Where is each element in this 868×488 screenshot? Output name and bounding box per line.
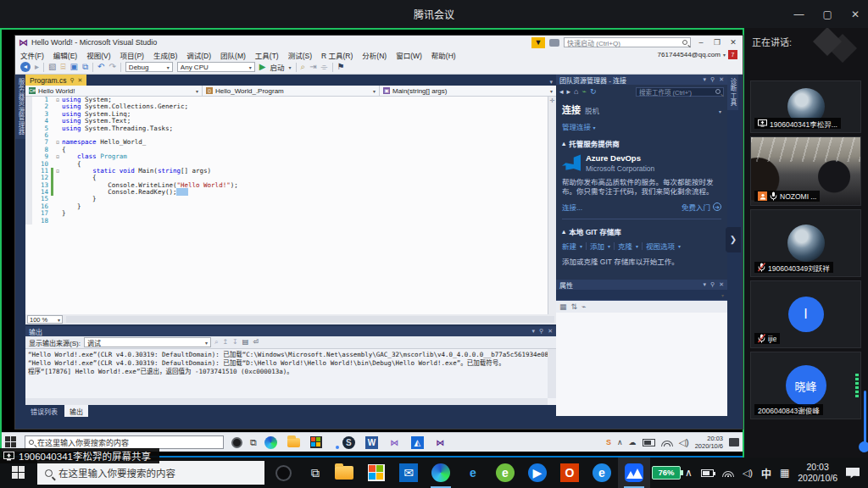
property-pages-icon[interactable]: ⌁ [581,302,586,311]
breakpoint-margin[interactable] [25,97,32,103]
tencent-video-icon[interactable]: ▶ [521,458,554,488]
git-action-1[interactable]: 添加 [590,241,604,251]
fold-marker-icon[interactable]: ⊟ [53,139,62,146]
vs-restore-icon[interactable]: ❐ [711,38,723,47]
breakpoint-margin[interactable] [25,168,32,175]
menu-item[interactable]: 窗口(W) [396,50,422,60]
cortana-icon[interactable] [231,437,242,448]
tab-list-chevron-icon[interactable]: ▾ [546,79,556,86]
menu-item[interactable]: 项目(P) [120,50,144,60]
work-item-search-input[interactable]: 搜索工作项 (Ctrl+') [636,87,724,97]
menu-item[interactable]: 团队(M) [220,50,246,60]
breakpoint-margin[interactable] [25,203,32,210]
wifi-icon[interactable] [722,469,734,477]
shared-clock[interactable]: 20:03 2020/10/6 [695,435,723,450]
office-icon[interactable]: O [554,458,586,488]
pin-icon[interactable]: ⚲ [710,76,715,83]
taskbar-search-input[interactable]: 在这里输入你要搜索的内容 [37,461,264,485]
git-action-2[interactable]: 克隆 [618,241,632,251]
quick-launch-input[interactable]: 快速启动 (Ctrl+Q) [564,37,691,47]
microsoft-store-icon[interactable] [360,458,392,488]
navigate-forward-icon[interactable]: ▸ [35,62,39,72]
output-panel-titlebar[interactable]: 输出 ▾ ⚲ ✕ [25,326,556,336]
task-view-icon[interactable]: ⧉ [311,466,320,480]
open-file-icon[interactable]: ⌸ [60,62,65,72]
connect-icon[interactable]: ⌁ [582,87,587,96]
editor-horizontal-scrollbar[interactable] [66,316,554,323]
bookmark-icon[interactable]: ⚑ [337,62,345,72]
account-area[interactable]: 761744544@qq.com ▾ 7 [658,50,737,59]
breakpoint-margin[interactable] [25,175,32,181]
ime-tray-icon[interactable]: S [606,438,611,446]
edge-icon[interactable] [425,458,457,488]
breakpoint-margin[interactable] [25,189,32,196]
pin-icon[interactable]: ⚲ [710,281,715,288]
maximize-icon[interactable]: ▢ [823,8,832,20]
participant-tile[interactable]: 1906040341李松羿... [750,80,861,133]
host-clock[interactable]: 20:03 2020/10/6 [798,462,837,484]
internet-explorer-icon[interactable]: e [457,458,489,488]
participant-tile[interactable]: Iijie [750,280,861,348]
back-icon[interactable]: ◂ [559,87,564,96]
breakpoint-margin[interactable] [25,161,32,168]
chevron-down-icon[interactable]: ▾ [703,281,706,288]
word-icon[interactable]: W [365,436,378,449]
save-icon[interactable]: ▣ [70,62,77,72]
pin-icon[interactable]: ⚲ [70,77,74,84]
properties-titlebar[interactable]: 属性 ▾ ⚲ ✕ [556,280,727,290]
fold-marker-icon[interactable]: ⊟ [53,153,62,160]
tray-expand-icon[interactable]: ∧ [685,467,693,479]
goto-previous-icon[interactable]: ↥ [222,338,228,347]
notification-flag-icon[interactable]: ▼ [531,37,545,48]
network-icon[interactable] [661,439,673,446]
action-center-icon[interactable] [729,438,739,446]
mail-icon[interactable]: ✉ [392,458,425,488]
file-explorer-icon[interactable] [328,458,360,488]
breakpoint-margin[interactable] [25,132,32,139]
menu-item[interactable]: 调试(D) [186,50,211,60]
breakpoint-margin[interactable] [25,210,32,217]
cortana-icon[interactable] [275,465,292,481]
properties-grid[interactable] [556,313,727,416]
chevron-down-icon[interactable]: ▾ [719,108,721,114]
visual-studio-icon[interactable]: ⋈ [388,436,401,449]
menu-item[interactable]: R 工具(R) [321,50,353,60]
goto-next-icon[interactable]: ↧ [232,338,238,347]
navigate-back-icon[interactable]: ◂ [20,62,31,72]
member-dropdown[interactable]: ▣ Main(string[] args)▾ [380,86,556,96]
menu-item[interactable]: 视图(V) [86,50,110,60]
close-icon[interactable]: ✕ [851,8,860,20]
minimize-icon[interactable]: — [794,8,804,20]
forward-icon[interactable]: ▸ [567,87,571,96]
save-all-icon[interactable]: ⧉ [82,62,88,72]
project-dropdown[interactable]: C# Hello World!▾ [25,86,203,96]
type-dropdown[interactable]: {} Hello_World_.Program▾ [203,86,380,96]
redo-icon[interactable]: ↷ [108,62,115,72]
menu-item[interactable]: 编辑(E) [53,50,77,60]
code-editor[interactable]: 1⊟using System;2using System.Collections… [25,97,548,314]
team-explorer-titlebar[interactable]: 团队资源管理器 - 连接 ▾ ⚲ ✕ [556,75,727,85]
cloud-icon[interactable]: ☁ [629,438,637,446]
start-button[interactable] [5,436,17,448]
browser-360-icon[interactable]: e [489,458,521,488]
close-icon[interactable]: ✕ [548,328,553,335]
breakpoint-margin[interactable] [25,218,32,225]
menu-item[interactable]: 帮助(H) [431,50,456,60]
taskbar-search-input[interactable]: 在这里输入你要搜索的内容 [25,435,224,449]
output-log[interactable]: “Hello World!.exe”(CLR v4.0.30319: Defau… [25,349,556,378]
git-action-3[interactable]: 视图选项 [646,241,675,251]
participant-tile[interactable]: NOZOMI ... [750,136,861,206]
find-icon[interactable]: ⌕ [301,62,306,72]
battery-icon[interactable] [701,469,714,477]
expand-panel-button[interactable]: ❯ [726,227,741,252]
manage-connections-link[interactable]: 管理连接 [562,123,591,131]
output-vertical-scrollbar[interactable] [548,349,556,398]
app-icon[interactable]: ◭ [411,436,424,449]
breakpoint-margin[interactable] [25,139,32,146]
ime-mode-indicator[interactable]: 中 [761,466,771,480]
file-explorer-icon[interactable] [287,438,300,447]
fold-marker-icon[interactable]: ⊟ [53,168,62,175]
output-horizontal-scrollbar[interactable] [25,398,548,405]
output-source-dropdown[interactable]: 调试▾ [84,337,211,347]
git-action-0[interactable]: 新建 [562,241,576,251]
